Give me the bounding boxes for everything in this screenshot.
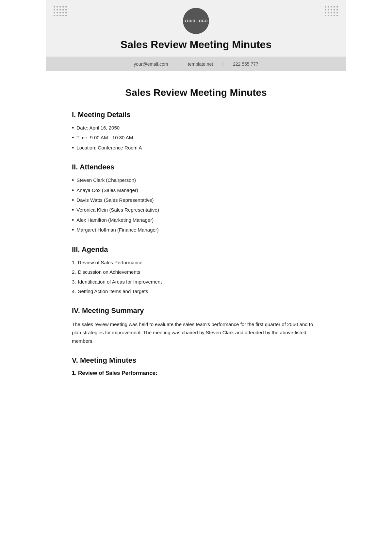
- section-meeting-summary: IV. Meeting Summary The sales review mee…: [72, 306, 320, 345]
- attendees-heading: II. Attendees: [72, 163, 320, 171]
- header-title: Sales Review Meeting Minutes: [59, 39, 333, 57]
- list-item: Location: Conference Room A: [72, 144, 320, 152]
- header-phone: 222 555 777: [224, 61, 268, 67]
- header-dots-left: [54, 6, 67, 17]
- meeting-summary-text: The sales review meeting was held to eva…: [72, 320, 320, 345]
- list-item: Anaya Cox (Sales Manager): [72, 187, 320, 194]
- meeting-summary-heading: IV. Meeting Summary: [72, 306, 320, 315]
- list-item: Steven Clark (Chairperson): [72, 177, 320, 184]
- list-item: Review of Sales Performance: [72, 259, 320, 267]
- logo: YOUR LOGO: [183, 8, 209, 34]
- section-meeting-minutes: V. Meeting Minutes 1. Review of Sales Pe…: [72, 356, 320, 376]
- main-content: Sales Review Meeting Minutes I. Meeting …: [46, 71, 346, 407]
- section-attendees: II. Attendees Steven Clark (Chairperson)…: [72, 163, 320, 234]
- list-item: Discussion on Achievements: [72, 269, 320, 276]
- list-item: Identification of Areas for Improvement: [72, 278, 320, 286]
- minutes-sub-heading: 1. Review of Sales Performance:: [72, 370, 320, 376]
- document-title: Sales Review Meeting Minutes: [72, 87, 320, 98]
- agenda-list: Review of Sales Performance Discussion o…: [72, 259, 320, 295]
- agenda-heading: III. Agenda: [72, 245, 320, 254]
- header-email: your@email.com: [124, 61, 177, 67]
- meeting-minutes-heading: V. Meeting Minutes: [72, 356, 320, 365]
- meeting-details-list: Date: April 16, 2050 Time: 9:00 AM - 10:…: [72, 124, 320, 152]
- meeting-details-heading: I. Meeting Details: [72, 111, 320, 119]
- list-item: Davis Watts (Sales Representative): [72, 197, 320, 204]
- header-bar: your@email.com | template.net | 222 555 …: [46, 57, 346, 71]
- list-item: Time: 9:00 AM - 10:30 AM: [72, 134, 320, 142]
- list-item: Margaret Hoffman (Finance Manager): [72, 226, 320, 234]
- list-item: Date: April 16, 2050: [72, 124, 320, 132]
- list-item: Setting Action Items and Targets: [72, 288, 320, 295]
- attendees-list: Steven Clark (Chairperson) Anaya Cox (Sa…: [72, 177, 320, 234]
- section-agenda: III. Agenda Review of Sales Performance …: [72, 245, 320, 295]
- list-item: Alex Hamilton (Marketing Manager): [72, 217, 320, 224]
- section-meeting-details: I. Meeting Details Date: April 16, 2050 …: [72, 111, 320, 152]
- header-website: template.net: [179, 61, 222, 67]
- list-item: Veronica Klein (Sales Representative): [72, 206, 320, 214]
- header: YOUR LOGO Sales Review Meeting Minutes: [46, 0, 346, 57]
- header-dots-right: [325, 6, 338, 17]
